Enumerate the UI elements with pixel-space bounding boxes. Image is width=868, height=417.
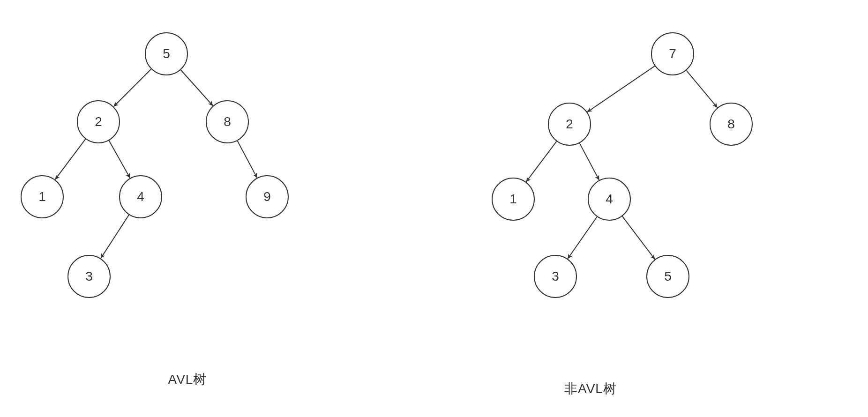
tree-node-label: 4 [137,189,144,204]
tree-node-7: 7 [651,32,694,75]
tree-node-1: 1 [492,178,535,221]
tree-node-label: 1 [38,189,46,204]
tree-caption: 非AVL树 [564,380,617,398]
tree-node-label: 3 [85,269,93,284]
tree-edge [568,217,597,259]
tree-node-3: 3 [534,255,577,298]
tree-edge [109,141,130,178]
tree-node-label: 8 [727,117,735,132]
tree-node-label: 3 [552,269,559,284]
tree-node-2: 2 [548,103,591,146]
tree-edge [587,66,655,112]
tree-caption: AVL树 [168,371,207,388]
tree-node-label: 1 [509,192,517,207]
tree-node-9: 9 [246,175,289,218]
tree-node-4: 4 [119,175,162,218]
tree-node-label: 5 [664,269,672,284]
tree-edge [181,70,213,105]
tree-node-8: 8 [710,103,753,146]
tree-node-4: 4 [588,178,631,221]
tree-node-8: 8 [206,100,249,143]
tree-node-5: 5 [646,255,689,298]
tree-node-1: 1 [21,175,64,218]
tree-node-label: 2 [566,117,573,132]
tree-node-label: 4 [606,192,613,207]
tree-node-label: 2 [95,114,102,129]
tree-edge [686,70,717,107]
tree-edge [55,139,86,179]
tree-edge [526,141,557,182]
diagram-canvas: 52814937281435 AVL树非AVL树 [0,0,868,417]
tree-node-2: 2 [77,100,120,143]
tree-edge [580,143,599,180]
tree-node-3: 3 [67,255,111,298]
tree-node-label: 5 [163,46,170,61]
tree-edge [114,69,151,107]
tree-edge [101,215,129,259]
tree-edge [622,216,655,260]
tree-node-label: 7 [669,46,676,61]
tree-node-label: 9 [263,189,271,204]
tree-edge [238,141,257,178]
tree-node-5: 5 [145,32,188,75]
tree-node-label: 8 [224,114,231,129]
